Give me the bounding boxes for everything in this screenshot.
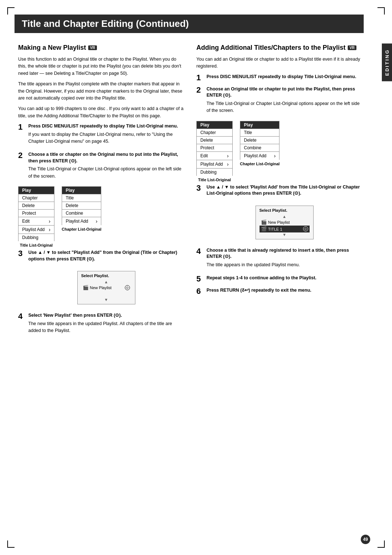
- left-column: Making a New Playlist VR Use this functi…: [18, 44, 185, 341]
- left-step4-bold: Select 'New Playlist' then press ENTER (…: [28, 312, 185, 319]
- right-step4-bold: Choose a title that is already registere…: [207, 247, 364, 260]
- left-menu-chapter: Chapter: [18, 194, 54, 202]
- right-select-playlist: Select Playlist. ▲ 🎬New Playlist 🎬TITLE …: [256, 206, 314, 239]
- left-scroll-up: ▲: [81, 280, 131, 284]
- left-intro-p2: The title appears in the Playlist comple…: [18, 81, 185, 102]
- left-menu-protect: Protect: [18, 209, 54, 217]
- right-step-6: 6 Press RETURN (δ↩) repeatedly to exit t…: [196, 287, 364, 295]
- left-playlist-title: Select Playlist.: [81, 274, 131, 278]
- left-step-2: 2 Choose a title or chapter on the Origi…: [18, 151, 185, 182]
- right-playlist-icon-t1: 🎬: [261, 226, 267, 232]
- right-menu-edit: Edit: [196, 151, 233, 160]
- right-step3-bold: Use ▲ / ▼ to select 'Playlist Add' from …: [207, 184, 364, 197]
- page-title: Title and Chapter Editing (Continued): [22, 18, 356, 29]
- left-intro-p1: Use this function to add an Original tit…: [18, 56, 185, 77]
- right-step-2: 2 Choose an Original title or chapter to…: [196, 86, 364, 117]
- left-step2-text: The Title List-Original or Chapter List-…: [28, 166, 185, 180]
- left-scroll-down: ▼: [81, 297, 131, 302]
- right-step1-bold: Press DISC MENU/LIST repeatedly to displ…: [207, 74, 364, 80]
- corner-mark-br: [377, 540, 385, 548]
- right-chapter-list-menu: Play Title Delete Combine Playlist Add C…: [240, 121, 279, 182]
- right-step4-text: The title appears in the updated Playlis…: [207, 262, 364, 268]
- vr-badge-right: VR: [348, 45, 356, 50]
- right-intro: You can add an Original title or chapter…: [196, 56, 364, 70]
- left-ch-menu-playlist-add: Playlist Add: [62, 217, 101, 225]
- right-step6-bold: Press RETURN (δ↩) repeatedly to exit the…: [207, 287, 364, 294]
- left-ch-menu-title: Title: [62, 194, 101, 202]
- left-menu-edit: Edit: [18, 217, 54, 225]
- right-scroll-down: ▼: [260, 232, 310, 237]
- right-playlist-title1: 🎬TITLE 1 ⊙: [260, 226, 310, 232]
- left-playlist-icon-new: 🎬: [83, 285, 89, 290]
- right-column: Adding Additional Titles/Chapters to the…: [196, 44, 364, 341]
- left-select-playlist: Select Playlist. ▲ 🎬New Playlist ⊙ ▼: [77, 271, 135, 304]
- right-step-5: 5 Repeat steps 1-4 to continue adding to…: [196, 275, 364, 283]
- corner-mark-tl: [7, 7, 15, 15]
- right-playlist-title: Select Playlist.: [260, 208, 310, 212]
- right-menu-protect: Protect: [196, 144, 233, 151]
- right-ch-menu-title: Title: [240, 129, 279, 136]
- main-content: Making a New Playlist VR Use this functi…: [18, 44, 364, 341]
- left-playlist-new: 🎬New Playlist ⊙: [81, 284, 131, 291]
- left-menu-delete: Delete: [18, 202, 54, 209]
- right-menu-delete: Delete: [196, 136, 233, 144]
- right-ch-menu-combine: Combine: [240, 144, 279, 151]
- left-enter-circle: ⊙: [125, 285, 130, 290]
- left-step-1: 1 Press DISC MENU/LIST repeatedly to dis…: [18, 123, 185, 147]
- right-enter-circle: ⊙: [303, 226, 308, 231]
- left-menu-play: Play: [18, 186, 54, 194]
- left-chapter-list-menu: Play Title Delete Combine Playlist Add C…: [62, 186, 101, 247]
- right-ch-menu-delete: Delete: [240, 136, 279, 144]
- right-playlist-icon-new: 🎬: [261, 219, 267, 225]
- left-title-list-menu: Play Chapter Delete Protect Edit Playlis…: [18, 186, 54, 247]
- right-title-list-menu: Play Chapter Delete Protect Edit Playlis…: [196, 121, 233, 182]
- page-header: Title and Chapter Editing (Continued): [15, 15, 364, 33]
- left-section-heading: Making a New Playlist VR: [18, 44, 185, 52]
- left-step4-text: The new title appears in the updated Pla…: [28, 320, 185, 335]
- right-step5-bold: Repeat steps 1-4 to continue adding to t…: [207, 275, 364, 281]
- corner-mark-tr: [377, 7, 385, 15]
- right-step2-bold: Choose an Original title or chapter to p…: [207, 86, 364, 99]
- left-ch-menu-play: Play: [62, 186, 101, 194]
- vr-badge-left: VR: [88, 45, 97, 50]
- right-section-heading: Adding Additional Titles/Chapters to the…: [196, 44, 364, 52]
- left-intro-p3: You can add up to 999 chapters to one di…: [18, 105, 185, 119]
- left-ch-menu-combine: Combine: [62, 209, 101, 217]
- right-step2-text: The Title List-Original or Chapter List-…: [207, 100, 364, 114]
- right-menu-dubbing: Dubbing: [196, 168, 233, 176]
- left-step-4: 4 Select 'New Playlist' then press ENTER…: [18, 312, 185, 336]
- right-menus-container: Play Chapter Delete Protect Edit Playlis…: [196, 121, 364, 182]
- right-playlist-new: 🎬New Playlist: [260, 219, 310, 226]
- left-step-3: 3 Use ▲ / ▼ to select "Playlist Add" fro…: [18, 250, 185, 264]
- left-menus-container: Play Chapter Delete Protect Edit Playlis…: [18, 186, 185, 247]
- left-ch-menu-delete: Delete: [62, 202, 101, 209]
- left-step1-bold: Press DISC MENU/LIST repeatedly to displ…: [28, 123, 185, 130]
- right-step-1: 1 Press DISC MENU/LIST repeatedly to dis…: [196, 74, 364, 82]
- right-ch-menu-playlist-add: Playlist Add: [240, 151, 279, 160]
- page-number: 49: [361, 535, 370, 544]
- right-menu-playlist-add: Playlist Add: [196, 160, 233, 168]
- left-menu-playlist-add: Playlist Add: [18, 225, 54, 234]
- right-step-3: 3 Use ▲ / ▼ to select 'Playlist Add' fro…: [196, 184, 364, 198]
- right-ch-menu-play: Play: [240, 121, 279, 129]
- corner-mark-bl: [7, 540, 15, 548]
- right-menu-chapter: Chapter: [196, 129, 233, 136]
- left-chapter-list-label: Chapter List-Original: [62, 227, 101, 231]
- editing-sidebar: EDITING: [382, 44, 392, 81]
- left-title-list-label: Title List-Original: [18, 243, 54, 247]
- left-menu-dubbing: Dubbing: [18, 234, 54, 241]
- right-step-4: 4 Choose a title that is already registe…: [196, 247, 364, 271]
- right-chapter-list-label: Chapter List-Original: [240, 162, 279, 166]
- left-step2-bold: Choose a title or chapter on the Origina…: [28, 151, 185, 164]
- right-title-list-label: Title List-Original: [196, 178, 233, 182]
- left-step3-bold: Use ▲ / ▼ to select "Playlist Add" from …: [28, 250, 185, 262]
- right-scroll-up: ▲: [260, 214, 310, 219]
- left-step1-text: If you want to display the Chapter List-…: [28, 131, 185, 145]
- right-menu-play: Play: [196, 121, 233, 129]
